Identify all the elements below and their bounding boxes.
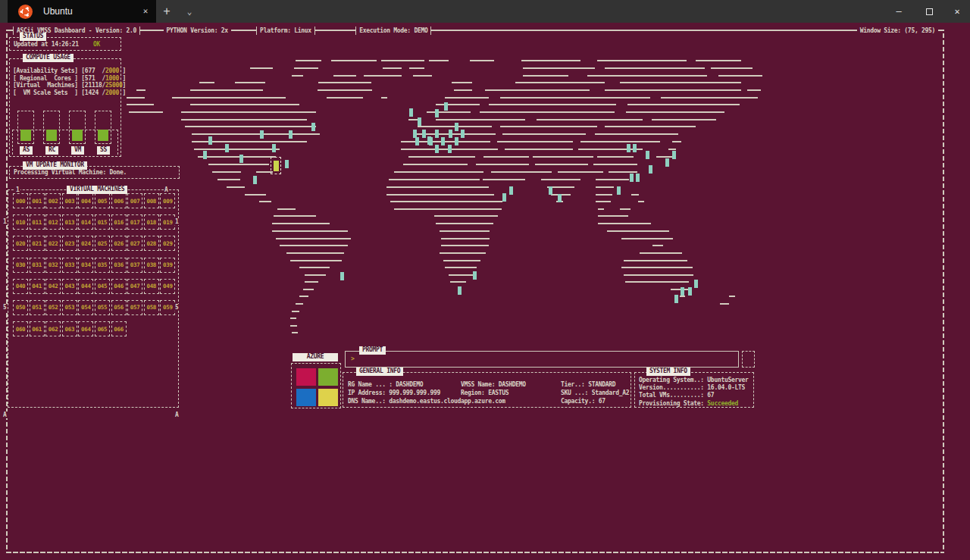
vm-cell-008: 008 — [144, 193, 159, 208]
prompt-cursor-box[interactable] — [742, 351, 755, 368]
compute-metric-max: 25000 — [105, 82, 123, 89]
map-land-segment — [276, 238, 351, 239]
vm-cell-id: 050 — [16, 304, 26, 311]
vm-cell-id: 012 — [48, 219, 58, 226]
tab-dropdown-button[interactable]: ⌄ — [179, 0, 200, 23]
map-land-segment — [208, 164, 269, 165]
vm-cell-000: 000 — [13, 193, 28, 208]
map-land-segment — [327, 97, 363, 99]
vm-location-marker — [627, 144, 630, 152]
maximize-button[interactable] — [914, 0, 944, 23]
vm-location-marker — [409, 108, 413, 117]
map-land-segment — [127, 104, 154, 105]
map-land-segment — [389, 179, 480, 180]
map-land-segment — [491, 171, 552, 173]
map-land-segment — [502, 133, 586, 135]
vm-grid: 0000010020030040050060070080090100110120… — [13, 193, 175, 336]
system-info-row: Operating System..: UbuntuServer — [639, 377, 749, 384]
compute-metric-bracket: ] — [123, 67, 127, 74]
general-info-value: Capacity.: 67 — [561, 398, 605, 405]
virtual-machines-label: VIRTUAL MACHINES — [67, 186, 127, 194]
map-land-segment — [305, 274, 326, 276]
map-land-segment — [250, 67, 273, 69]
compute-metric-bracket: ] — [123, 89, 127, 96]
map-land-segment — [190, 104, 299, 105]
vm-cell-009: 009 — [160, 193, 175, 208]
azure-logo-panel — [291, 363, 341, 408]
map-land-segment — [500, 126, 597, 127]
vm-cell-id: 046 — [114, 283, 124, 289]
gauge-fill — [46, 130, 57, 141]
map-land-segment — [671, 289, 689, 290]
vm-cell-id: 000 — [16, 198, 26, 205]
map-land-segment — [272, 223, 330, 224]
map-land-segment — [523, 75, 568, 77]
map-land-segment — [450, 281, 466, 283]
vm-location-marker — [448, 145, 452, 153]
map-land-segment — [277, 208, 296, 210]
vm-cell-id: 024 — [81, 240, 91, 247]
map-land-segment — [535, 164, 588, 165]
map-land-segment — [483, 156, 529, 158]
map-land-segment — [452, 82, 472, 83]
vm-cell-006: 006 — [111, 193, 127, 208]
vm-update-monitor-text: Processing Virtual Machine: Done. — [14, 169, 127, 176]
map-land-segment — [595, 133, 678, 135]
vm-cell-id: 014 — [81, 219, 91, 226]
azure-logo-square-blue — [296, 389, 316, 406]
close-button[interactable]: ✕ — [944, 0, 970, 23]
map-land-segment — [638, 201, 644, 202]
system-info-label: SYSTEM INFO — [646, 368, 690, 376]
map-land-segment — [386, 186, 489, 188]
ubuntu-logo-icon — [18, 5, 33, 19]
vm-cell-id: 019 — [163, 219, 173, 226]
system-info-value: 16.04.0-LTS — [707, 384, 745, 391]
system-info-row: Provisioning State: Succeeded — [639, 400, 738, 408]
map-land-segment — [605, 89, 741, 91]
vm-cell-id: 015 — [98, 219, 108, 226]
map-land-segment — [470, 60, 494, 61]
vm-location-marker — [239, 155, 243, 163]
minimize-button[interactable]: — — [884, 0, 914, 23]
vm-cell-052: 052 — [45, 300, 61, 315]
prompt-input[interactable]: > — [345, 351, 739, 368]
vm-location-marker — [455, 137, 458, 145]
tab-close-icon[interactable]: ✕ — [139, 5, 152, 17]
compute-metric-used: 677 / — [85, 67, 105, 74]
vm-row-marker-5: 5 — [174, 304, 180, 311]
vm-location-marker-active-fill — [274, 161, 279, 171]
vm-cell-025: 025 — [95, 236, 110, 251]
vm-cell-024: 024 — [78, 236, 93, 251]
status-ok-badge: OK — [93, 41, 100, 48]
vm-cell-id: 009 — [163, 198, 173, 205]
vm-cell-id: 017 — [130, 219, 140, 226]
vm-location-marker — [415, 137, 419, 145]
vm-location-marker — [633, 144, 637, 152]
vm-cell-id: 028 — [146, 240, 156, 247]
compute-usage-row: [ Regional Cores ] [571 /1000 ] — [13, 75, 126, 83]
new-tab-button[interactable]: + — [156, 0, 177, 23]
map-land-segment — [593, 164, 637, 165]
map-land-segment — [621, 267, 693, 268]
map-land-segment — [299, 296, 308, 297]
vm-cell-id: 064 — [81, 326, 91, 333]
vm-location-marker — [636, 174, 640, 182]
terminal-tab-ubuntu[interactable]: Ubuntu ✕ — [8, 0, 156, 23]
vm-location-marker — [208, 136, 212, 145]
map-land-segment — [296, 303, 303, 305]
map-land-segment — [624, 274, 693, 276]
frame-right — [943, 33, 944, 552]
azure-label: AZURE — [293, 353, 338, 361]
vm-location-marker — [441, 137, 445, 145]
vm-cell-005: 005 — [95, 193, 110, 208]
map-land-segment — [505, 149, 573, 150]
vm-cell-id: 031 — [32, 261, 42, 268]
map-land-segment — [627, 104, 740, 105]
vm-location-marker — [649, 165, 652, 174]
vm-cell-012: 012 — [45, 214, 61, 230]
vm-cell-007: 007 — [127, 193, 142, 208]
map-land-segment — [523, 67, 595, 69]
map-land-segment — [403, 164, 468, 165]
map-land-segment — [286, 252, 344, 254]
gauge-ss — [95, 111, 111, 144]
